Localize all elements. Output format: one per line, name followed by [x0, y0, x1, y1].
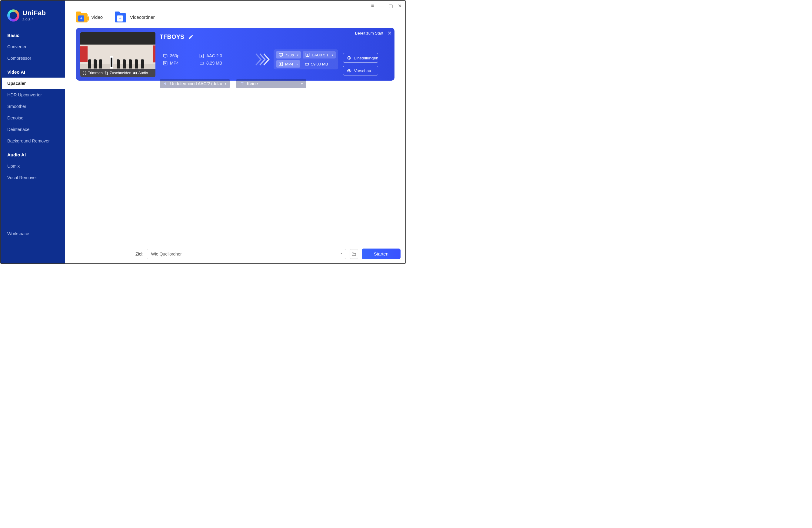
play-icon	[163, 61, 168, 66]
audio-codec-icon	[305, 53, 310, 57]
audio-icon	[132, 71, 137, 75]
sidebar: UniFab 2.0.3.4 Basic Converter Compresso…	[1, 1, 65, 263]
destination-select[interactable]: Wie Quellordner ▾	[147, 249, 346, 259]
app-version: 2.0.3.4	[23, 18, 46, 22]
sidebar-item-upmix[interactable]: Upmix	[1, 160, 65, 172]
output-meta: 720p▾ EAC3 5.1▾ MP4▾ 59.00 MB	[274, 49, 338, 69]
file-icon	[304, 61, 309, 66]
trim-icon	[82, 71, 87, 75]
audio-button[interactable]: Audio	[132, 71, 148, 75]
settings-button[interactable]: Einstellungen	[343, 53, 378, 63]
trim-button[interactable]: Trimmen	[82, 71, 103, 75]
toolbar: + Video + Videoordner	[65, 1, 405, 28]
svg-rect-2	[163, 54, 167, 57]
file-icon	[199, 61, 204, 66]
browse-folder-button[interactable]	[350, 249, 358, 259]
video-thumbnail[interactable]: Trimmen Zuschneiden Audio	[80, 32, 156, 77]
source-meta: 360p AAC 2.0 MP4 8.29 MB	[160, 52, 250, 67]
arrow-icon	[253, 50, 271, 69]
crop-icon	[104, 71, 109, 75]
sidebar-item-converter[interactable]: Converter	[1, 41, 65, 53]
add-folder-label: Videoordner	[130, 15, 155, 20]
edit-title-button[interactable]	[188, 34, 193, 39]
output-audio-select[interactable]: EAC3 5.1▾	[303, 51, 336, 58]
audio-track-select[interactable]: Undetermined AAC/2 (default) ▾	[160, 79, 230, 88]
maximize-button[interactable]: ▢	[388, 3, 393, 9]
subtitle-select[interactable]: Keine ▾	[236, 79, 306, 88]
svg-rect-1	[85, 72, 86, 74]
video-title: TFBOYS	[160, 33, 184, 40]
sidebar-item-hdr-upconverter[interactable]: HDR Upconverter	[1, 89, 65, 101]
sidebar-item-workspace[interactable]: Workspace	[1, 228, 65, 263]
svg-rect-6	[279, 53, 282, 56]
start-button[interactable]: Starten	[362, 248, 401, 259]
svg-point-10	[348, 57, 350, 58]
audio-codec-icon	[199, 53, 204, 58]
svg-rect-5	[200, 62, 203, 64]
app-logo-block: UniFab 2.0.3.4	[1, 1, 65, 27]
gear-icon	[347, 56, 351, 60]
preview-button[interactable]: Vorschau	[343, 66, 378, 75]
sidebar-item-deinterlace[interactable]: Deinterlace	[1, 124, 65, 135]
destination-label: Ziel:	[135, 252, 143, 256]
add-video-label: Video	[91, 15, 103, 20]
source-audio: AAC 2.0	[206, 53, 222, 58]
sidebar-item-denoise[interactable]: Denoise	[1, 112, 65, 124]
source-resolution: 360p	[170, 53, 179, 58]
video-folder-icon: +	[76, 12, 88, 23]
output-resolution-select[interactable]: 720p▾	[276, 51, 301, 58]
sidebar-item-compressor[interactable]: Compressor	[1, 53, 65, 64]
status-label: Bereit zum Start	[355, 31, 383, 35]
section-basic: Basic	[1, 27, 65, 41]
window-controls: ≡ — ▢ ✕	[371, 3, 402, 9]
svg-point-11	[349, 70, 350, 71]
sidebar-item-vocal-remover[interactable]: Vocal Remover	[1, 172, 65, 183]
minimize-button[interactable]: —	[379, 3, 383, 9]
sidebar-item-background-remover[interactable]: Background Remover	[1, 135, 65, 147]
monitor-icon	[278, 53, 283, 57]
add-folder-button[interactable]: + Videoordner	[115, 12, 155, 23]
crop-button[interactable]: Zuschneiden	[104, 71, 131, 75]
menu-button[interactable]: ≡	[371, 3, 374, 9]
output-format-select[interactable]: MP4▾	[276, 60, 300, 68]
thumbnail-toolbar: Trimmen Zuschneiden Audio	[80, 69, 156, 77]
speaker-icon	[163, 81, 168, 86]
video-card: Trimmen Zuschneiden Audio	[76, 28, 394, 81]
folder-icon: +	[115, 12, 127, 23]
sidebar-item-smoother[interactable]: Smoother	[1, 101, 65, 112]
app-name: UniFab	[23, 9, 46, 17]
svg-rect-0	[83, 72, 84, 74]
app-logo-icon	[7, 10, 19, 22]
svg-rect-9	[305, 63, 308, 66]
source-format: MP4	[170, 61, 179, 66]
eye-icon	[347, 68, 352, 73]
text-icon	[240, 81, 245, 86]
close-button[interactable]: ✕	[398, 3, 402, 9]
section-audio-ai: Audio AI	[1, 147, 65, 160]
section-video-ai: Video AI	[1, 64, 65, 77]
play-icon	[278, 61, 283, 66]
footer: Ziel: Wie Quellordner ▾ Starten	[135, 248, 401, 259]
output-size: 59.00 MB	[302, 60, 331, 68]
monitor-icon	[163, 53, 168, 58]
remove-card-button[interactable]: ✕	[388, 30, 391, 36]
add-video-button[interactable]: + Video	[76, 12, 103, 23]
sidebar-item-upscaler[interactable]: Upscaler	[1, 77, 65, 89]
main: ≡ — ▢ ✕ + Video + Videoordner	[65, 1, 405, 263]
source-size: 8.29 MB	[206, 61, 222, 66]
